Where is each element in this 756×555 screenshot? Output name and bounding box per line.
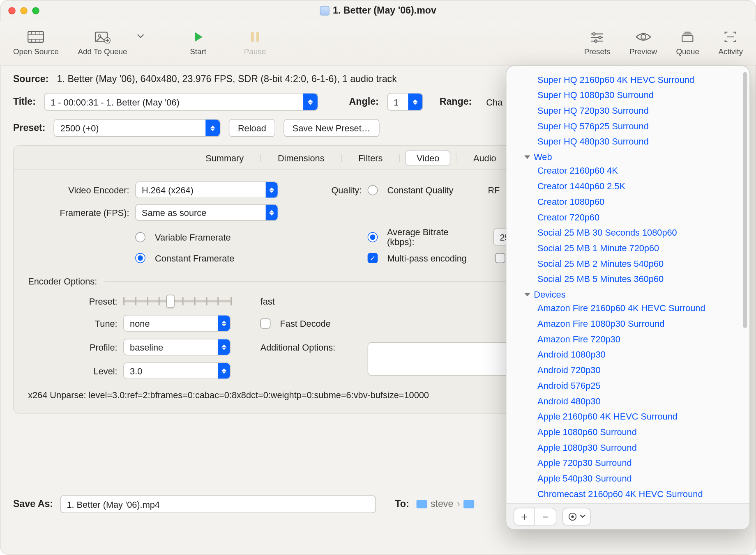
presets-list[interactable]: Super HQ 2160p60 4K HEVC SurroundSuper H…: [507, 66, 750, 503]
queue-button[interactable]: Queue: [666, 28, 709, 58]
profile-label: Profile:: [28, 342, 118, 352]
level-label: Level:: [28, 366, 118, 376]
tab-filters[interactable]: Filters: [348, 151, 393, 165]
minimize-window-button[interactable]: [20, 7, 27, 14]
tab-audio[interactable]: Audio: [463, 151, 507, 165]
save-new-preset-button[interactable]: Save New Preset…: [284, 119, 379, 137]
gear-icon: [568, 511, 577, 521]
preset-item[interactable]: Amazon Fire 2160p60 4K HEVC Surround: [507, 300, 750, 316]
preset-item[interactable]: Apple 2160p60 4K HEVC Surround: [507, 409, 750, 424]
preview-button[interactable]: Preview: [620, 28, 666, 58]
video-encoder-select[interactable]: H.264 (x264): [135, 181, 278, 198]
chevron-right-icon: ›: [457, 499, 460, 509]
remove-preset-button[interactable]: －: [535, 507, 556, 525]
preset-item[interactable]: Chromecast 1080p60 Surround: [507, 502, 750, 503]
folder-icon: [416, 500, 427, 508]
preset-item[interactable]: Chromecast 2160p60 4K HEVC Surround: [507, 486, 750, 502]
preset-actions-button[interactable]: [562, 507, 591, 525]
source-info: 1. Better (May '06), 640x480, 23.976 FPS…: [57, 74, 397, 85]
reload-button[interactable]: Reload: [229, 119, 275, 137]
tab-dimensions[interactable]: Dimensions: [267, 151, 335, 165]
presets-footer: ＋ －: [507, 503, 750, 529]
document-icon: [320, 6, 329, 16]
constant-quality-radio[interactable]: [368, 185, 378, 195]
preset-item[interactable]: Android 1080p30: [507, 347, 750, 362]
framerate-select[interactable]: Same as source: [135, 204, 278, 221]
svg-rect-14: [251, 32, 254, 41]
profile-select[interactable]: baseline: [123, 339, 230, 355]
add-preset-button[interactable]: ＋: [514, 507, 535, 525]
preset-item[interactable]: Amazon Fire 720p30: [507, 332, 750, 347]
multipass-label: Multi-pass encoding: [387, 253, 467, 263]
preset-item[interactable]: Creator 2160p60 4K: [507, 163, 750, 179]
preset-item[interactable]: Android 576p25: [507, 378, 750, 394]
abr-label: Average Bitrate (kbps):: [387, 227, 477, 247]
preset-item[interactable]: Apple 540p30 Surround: [507, 471, 750, 486]
preset-item[interactable]: Super HQ 1080p30 Surround: [507, 87, 750, 103]
preset-item[interactable]: Social 25 MB 30 Seconds 1080p60: [507, 225, 750, 241]
picture-plus-icon: [94, 30, 112, 44]
chevron-down-icon: [580, 514, 586, 518]
additional-options-label: Additional Options:: [260, 342, 362, 352]
scan-icon: [722, 30, 740, 44]
preset-item[interactable]: Creator 1440p60 2.5K: [507, 179, 750, 194]
svg-point-19: [593, 33, 595, 35]
preset-category[interactable]: Devices: [507, 287, 750, 300]
preset-item[interactable]: Super HQ 480p30 Surround: [507, 134, 750, 149]
destination-folder[interactable]: steve ›: [416, 499, 474, 509]
angle-select[interactable]: 1: [387, 93, 423, 111]
average-bitrate-radio[interactable]: [368, 232, 378, 242]
framerate-label: Framerate (FPS):: [28, 207, 129, 218]
angle-label: Angle:: [349, 96, 379, 107]
preset-item[interactable]: Android 720p30: [507, 362, 750, 378]
quality-label: Quality:: [290, 185, 362, 195]
scrollbar[interactable]: [743, 72, 747, 328]
preset-item[interactable]: Creator 1080p60: [507, 194, 750, 210]
preset-item[interactable]: Apple 1080p30 Surround: [507, 440, 750, 456]
title-select[interactable]: 1 - 00:00:31 - 1. Better (May '06): [44, 93, 318, 111]
tab-summary[interactable]: Summary: [195, 151, 254, 165]
fast-decode-checkbox[interactable]: [260, 318, 271, 328]
svg-point-21: [595, 40, 597, 42]
constant-framerate-radio[interactable]: [135, 253, 145, 263]
enc-preset-slider[interactable]: [123, 295, 230, 308]
save-as-input[interactable]: 1. Better (May '06).mp4: [60, 495, 376, 513]
range-label: Range:: [440, 96, 472, 107]
add-to-queue-dropdown[interactable]: [137, 31, 146, 55]
preset-item[interactable]: Super HQ 720p30 Surround: [507, 103, 750, 119]
window-title: 1. Better (May '06).mov: [0, 5, 756, 16]
preset-item[interactable]: Social 25 MB 2 Minutes 540p60: [507, 256, 750, 272]
preset-item[interactable]: Android 480p30: [507, 393, 750, 409]
preset-item[interactable]: Social 25 MB 5 Minutes 360p60: [507, 271, 750, 287]
open-source-button[interactable]: Open Source: [4, 28, 68, 58]
play-icon: [189, 30, 207, 44]
svg-point-22: [641, 34, 646, 39]
close-window-button[interactable]: [8, 7, 15, 14]
preset-item[interactable]: Apple 720p30 Surround: [507, 455, 750, 471]
eye-icon: [634, 30, 652, 44]
preset-select[interactable]: 2500 (+0): [54, 119, 221, 137]
turbo-checkbox[interactable]: [496, 253, 506, 263]
save-as-label: Save As:: [13, 499, 53, 509]
preset-item[interactable]: Apple 1080p60 Surround: [507, 424, 750, 440]
chevron-down-icon: [137, 34, 144, 39]
multipass-checkbox[interactable]: [368, 253, 378, 263]
presets-button[interactable]: Presets: [574, 28, 620, 58]
stack-icon: [679, 30, 697, 44]
tab-video[interactable]: Video: [406, 151, 450, 165]
preset-item[interactable]: Social 25 MB 1 Minute 720p60: [507, 241, 750, 256]
tune-select[interactable]: none: [123, 315, 230, 332]
level-select[interactable]: 3.0: [123, 362, 230, 379]
titlebar: 1. Better (May '06).mov: [0, 0, 756, 21]
preset-item[interactable]: Creator 720p60: [507, 209, 750, 225]
zoom-window-button[interactable]: [32, 7, 39, 14]
preset-category[interactable]: Web: [507, 149, 750, 163]
variable-framerate-radio[interactable]: [135, 232, 145, 242]
pause-button: Pause: [235, 28, 276, 58]
add-to-queue-button[interactable]: Add To Queue: [68, 28, 137, 58]
activity-button[interactable]: Activity: [709, 28, 752, 58]
start-button[interactable]: Start: [180, 28, 217, 58]
preset-item[interactable]: Super HQ 2160p60 4K HEVC Surround: [507, 72, 750, 87]
preset-item[interactable]: Super HQ 576p25 Surround: [507, 119, 750, 134]
preset-item[interactable]: Amazon Fire 1080p30 Surround: [507, 316, 750, 332]
